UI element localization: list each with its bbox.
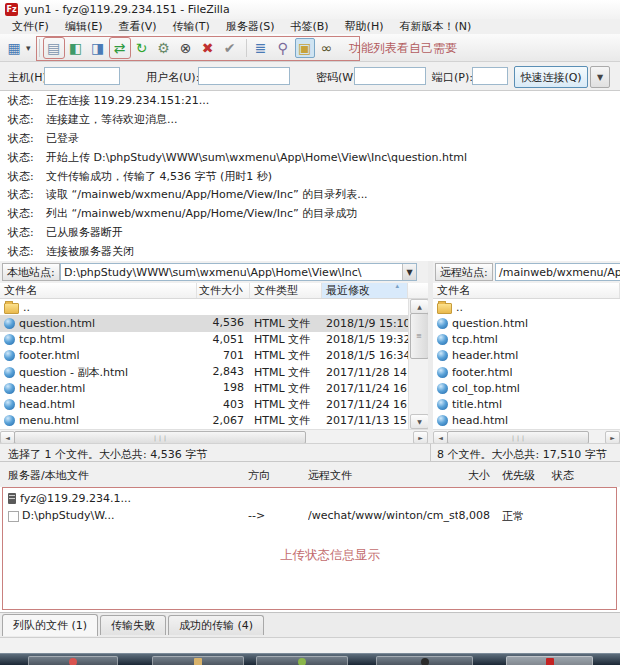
queue-server-row[interactable]: fyz@119.29.234.1... [0, 490, 620, 507]
compare-icon[interactable]: ▣ [295, 38, 315, 58]
local-horizontal-scrollbar[interactable]: ◄ ❘❘❘ ► [0, 429, 428, 443]
process-queue-icon-glyph: ⚙ [157, 40, 170, 56]
local-file-row[interactable]: footer.html701HTML 文件2018/1/5 16:34:20 [0, 348, 408, 364]
queue-file-row[interactable]: D:\phpStudy\W... --> /wechat/www/winton/… [0, 507, 620, 524]
column-filetype[interactable]: 文件类型 [250, 283, 322, 298]
menu-item[interactable]: 有新版本！(N) [391, 19, 479, 34]
tab-failed-transfers[interactable]: 传输失败 [100, 615, 166, 635]
log-row: 状态:列出 “/mainweb/wxmenu/App/Home/View/Inc… [0, 204, 620, 223]
local-file-row[interactable]: question - 副本.html2,843HTML 文件2017/11/28… [0, 364, 408, 380]
remote-horizontal-scrollbar[interactable]: ◄ ❘❘❘ ► [433, 429, 620, 443]
remote-file-row[interactable]: col_top.html [433, 380, 620, 396]
file-name-cell: footer.html [0, 349, 197, 362]
quickconnect-button[interactable]: 快速连接(Q) [514, 66, 588, 88]
menu-item[interactable]: 传输(T) [165, 19, 218, 34]
disconnect-icon[interactable]: ✖ [198, 38, 218, 58]
username-label: 用户名(U): [146, 70, 199, 85]
toggle-local-tree-icon[interactable]: ◧ [66, 38, 86, 58]
queue-col-priority[interactable]: 优先级 [502, 468, 535, 483]
search-icon[interactable]: ⚲ [273, 38, 293, 58]
taskbar-button[interactable] [376, 656, 473, 665]
local-vertical-scrollbar[interactable]: ▲ ≡ ▼ [408, 299, 428, 429]
reconnect-icon[interactable]: ✔ [220, 38, 240, 58]
log-row: 状态:读取 “/mainweb/wxmenu/App/Home/View/Inc… [0, 185, 620, 204]
menu-item[interactable]: 查看(V) [110, 19, 164, 34]
local-path-combo[interactable]: D:\phpStudy\WWW\sum\wxmenu\App\Home\View… [60, 263, 417, 281]
remote-file-row[interactable]: question.html [433, 315, 620, 331]
local-file-row[interactable]: tcp.html4,051HTML 文件2018/1/5 19:32:48 [0, 332, 408, 348]
remote-file-row[interactable]: footer.html [433, 364, 620, 380]
port-input[interactable] [472, 67, 508, 85]
title-bar[interactable]: Fz yun1 - fyz@119.29.234.151 - FileZilla [0, 0, 620, 19]
remote-file-row[interactable]: tcp.html [433, 332, 620, 348]
queue-priority: 正常 [502, 509, 524, 524]
menu-item[interactable]: 文件(F) [4, 19, 57, 34]
html-file-icon [437, 367, 448, 378]
cancel-icon[interactable]: ⊗ [176, 38, 196, 58]
toggle-log-icon[interactable]: ▤ [44, 38, 64, 58]
site-manager-dropdown-arrow[interactable]: ▾ [26, 43, 31, 53]
quickconnect-dropdown-arrow[interactable]: ▼ [590, 66, 610, 88]
local-file-row[interactable]: menu.html2,067HTML 文件2017/11/13 15:1... [0, 413, 408, 429]
queue-col-remotefile[interactable]: 远程文件 [308, 468, 352, 483]
username-input[interactable] [198, 67, 290, 85]
remote-file-row[interactable]: header.html [433, 348, 620, 364]
taskbar-button-filezilla[interactable] [506, 656, 593, 665]
column-modified[interactable]: 最近修改 ▴ [322, 283, 408, 298]
remote-file-row[interactable]: .. [433, 299, 620, 315]
column-filesize[interactable]: 文件大小 [197, 283, 250, 298]
menu-item[interactable]: 帮助(H) [337, 19, 392, 34]
toggle-remote-tree-icon[interactable]: ◨ [88, 38, 108, 58]
scrollbar-thumb[interactable]: ≡ [410, 313, 429, 359]
queue-col-direction[interactable]: 方向 [248, 468, 270, 483]
find-binoculars-icon[interactable]: ∞ [317, 38, 337, 58]
html-file-icon [437, 399, 448, 410]
queue-item-checkbox[interactable] [8, 511, 19, 522]
file-size: 403 [197, 397, 250, 413]
log-status-label: 状态: [8, 93, 46, 108]
log-message: 正在连接 119.29.234.151:21... [46, 93, 209, 108]
refresh-icon[interactable]: ↻ [132, 38, 152, 58]
local-file-row[interactable]: question.html4,536HTML 文件2018/1/9 15:10:… [0, 315, 408, 331]
remote-file-row[interactable]: title.html [433, 397, 620, 413]
scroll-down-arrow[interactable]: ▼ [410, 414, 429, 429]
refresh-icon-glyph: ↻ [136, 40, 148, 56]
column-filename[interactable]: 文件名 [0, 283, 197, 298]
log-message: 连接被服务器关闭 [46, 244, 134, 259]
queue-size: 8,008 [430, 509, 490, 522]
queue-col-size[interactable]: 大小 [430, 468, 490, 483]
process-queue-icon[interactable]: ⚙ [154, 38, 174, 58]
taskbar-button[interactable] [256, 656, 348, 665]
remote-path-combo[interactable]: /mainweb/wxmenu/App/Home [495, 263, 620, 281]
tab-successful-transfers[interactable]: 成功的传输 (4) [168, 615, 264, 635]
log-status-label: 状态: [8, 169, 46, 184]
sort-arrow-icon: ▴ [395, 283, 399, 290]
column-filename[interactable]: 文件名 [433, 283, 620, 298]
windows-taskbar [0, 653, 620, 665]
local-file-row[interactable]: header.html198HTML 文件2017/11/24 16:0... [0, 380, 408, 396]
folder-icon [437, 303, 452, 314]
chevron-down-icon[interactable]: ▼ [402, 264, 416, 280]
html-file-icon [437, 350, 448, 361]
toolbar-icons: ▦▾▤◧◨⇄↻⚙⊗✖✔≣⚲▣∞ [4, 37, 339, 59]
taskbar-button[interactable] [152, 656, 244, 665]
sync-browse-icon[interactable]: ⇄ [110, 38, 130, 58]
password-input[interactable] [354, 67, 426, 85]
file-name: .. [456, 301, 463, 314]
log-status-label: 状态: [8, 112, 46, 127]
menu-item[interactable]: 书签(B) [282, 19, 336, 34]
site-manager-icon[interactable]: ▦ [4, 38, 24, 58]
local-file-row[interactable]: .. [0, 299, 408, 315]
scroll-up-arrow[interactable]: ▲ [410, 299, 429, 314]
menu-item[interactable]: 服务器(S) [218, 19, 283, 34]
queue-col-localfile[interactable]: 服务器/本地文件 [8, 468, 89, 483]
filter-icon[interactable]: ≣ [251, 38, 271, 58]
remote-file-row[interactable]: head.html [433, 413, 620, 429]
queue-col-status[interactable]: 状态 [552, 468, 574, 483]
tab-queued-files[interactable]: 列队的文件 (1) [2, 614, 98, 636]
log-row: 状态:连接被服务器关闭 [0, 242, 620, 261]
taskbar-button[interactable] [28, 656, 118, 665]
host-input[interactable] [44, 67, 120, 85]
menu-item[interactable]: 编辑(E) [57, 19, 111, 34]
local-file-row[interactable]: head.html403HTML 文件2017/11/24 16:0... [0, 397, 408, 413]
